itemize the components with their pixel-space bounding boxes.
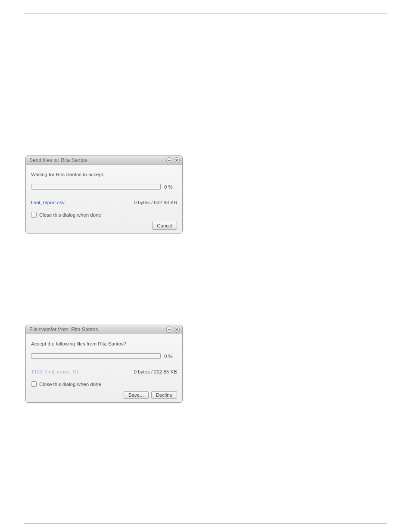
send-close-when-done-label: Close this dialog when done (39, 212, 101, 218)
close-icon[interactable] (174, 157, 180, 163)
footer-rule (24, 523, 387, 523)
send-progress-bar (31, 184, 161, 190)
minimize-icon[interactable] (166, 327, 172, 333)
recv-filesize: 0 bytes / 202.85 KB (134, 369, 177, 374)
cancel-button[interactable]: Cancel (152, 222, 177, 230)
save-button[interactable]: Save... (124, 391, 149, 399)
recv-progress-percent: 0 % (164, 354, 177, 359)
send-filename-link[interactable]: final_report.csv (31, 200, 65, 205)
minimize-icon[interactable] (166, 157, 172, 163)
send-progress-percent: 0 % (164, 184, 177, 190)
decline-button[interactable]: Decline (151, 391, 177, 399)
send-titlebar: Send files to: Rita Santos (26, 156, 182, 165)
recv-close-when-done-label: Close this dialog when done (39, 382, 101, 387)
recv-title: File transfer from: Rita Santos (29, 327, 98, 333)
receive-files-dialog: File transfer from: Rita Santos Accept t… (25, 325, 183, 403)
header-rule (24, 13, 387, 13)
recv-titlebar: File transfer from: Rita Santos (26, 325, 182, 334)
recv-status-message: Accept the following files from Rita San… (31, 341, 177, 346)
send-files-dialog: Send files to: Rita Santos Waiting for R… (25, 156, 183, 233)
send-status-message: Waiting for Rita Santos to accept. (31, 172, 177, 177)
send-filesize: 0 bytes / 632.88 KB (134, 200, 177, 205)
recv-filename-link[interactable]: T103_final_report_R1 (31, 369, 79, 374)
send-close-when-done-checkbox[interactable] (31, 212, 37, 218)
send-title: Send files to: Rita Santos (29, 157, 87, 163)
recv-close-when-done-checkbox[interactable] (31, 381, 37, 387)
close-icon[interactable] (174, 327, 180, 333)
recv-progress-bar (31, 353, 161, 359)
